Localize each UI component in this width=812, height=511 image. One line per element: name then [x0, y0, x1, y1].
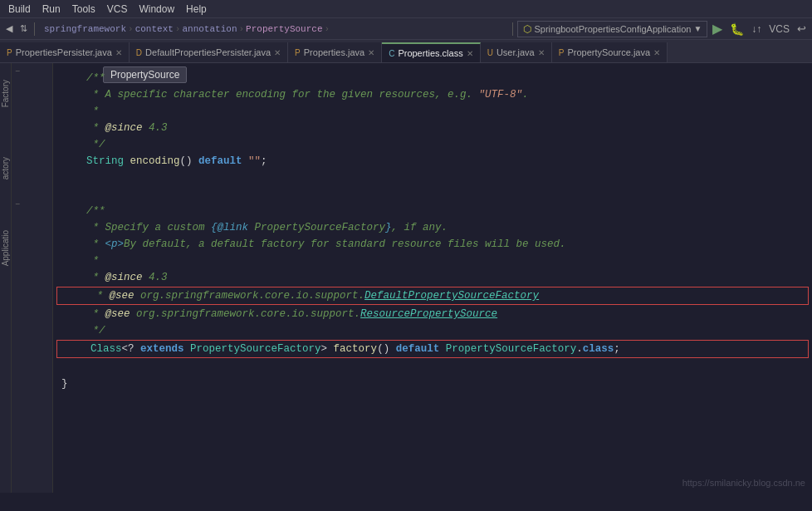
tabs-bar: P PropertiesPersister.java ✕ D DefaultPr… — [0, 40, 812, 63]
gutter-line-13 — [12, 263, 52, 279]
gutter-line-19 — [12, 362, 52, 379]
highlight-box-factory: Class<? extends PropertySourceFactory> f… — [56, 340, 809, 358]
code-line-4: * @since 4.3 — [53, 120, 812, 136]
code-span-17f: > — [321, 341, 334, 357]
code-span-9: /** — [61, 203, 105, 219]
breadcrumb-sep1: › — [128, 24, 134, 34]
sidebar-label-actory: actory — [1, 157, 10, 179]
menu-item-run[interactable]: Run — [37, 3, 66, 15]
code-span-17d — [184, 341, 191, 357]
code-span-6b — [124, 153, 130, 170]
code-span-3: * — [61, 103, 99, 120]
menu-item-tools[interactable]: Tools — [67, 3, 100, 15]
tab-close-3[interactable]: ✕ — [467, 49, 473, 58]
gutter-line-3 — [12, 96, 52, 113]
code-span-6f — [242, 153, 249, 170]
tab-propertiespersister[interactable]: P PropertiesPersister.java ✕ — [0, 42, 130, 62]
toolbar-undo[interactable]: ↩ — [795, 21, 809, 37]
gutter-fold-1[interactable]: − — [12, 63, 52, 80]
sidebar-label-factory: Factory — [1, 80, 10, 107]
code-span-6e: default — [198, 153, 242, 170]
code-span-4a: * — [61, 120, 105, 136]
tab-defaultpropertiespersister[interactable]: D DefaultPropertiesPersister.java ✕ — [130, 42, 288, 62]
tab-properties-class[interactable]: C Properties.class ✕ — [382, 42, 481, 62]
gutter-line-7 — [12, 163, 52, 179]
tab-close-2[interactable]: ✕ — [368, 48, 374, 57]
menu-item-help[interactable]: Help — [181, 3, 212, 15]
gutter-line-12 — [12, 246, 52, 263]
debug-button[interactable]: 🐛 — [727, 21, 746, 37]
code-line-10: * Specify a custom {@link PropertySource… — [53, 219, 812, 236]
tab-user-java[interactable]: U User.java ✕ — [481, 42, 552, 62]
tab-close-0[interactable]: ✕ — [115, 48, 122, 57]
code-span-17k: PropertySourceFactory — [446, 341, 577, 357]
tab-close-1[interactable]: ✕ — [274, 48, 281, 57]
tab-icon-2: D — [136, 48, 142, 57]
tab-properties-java[interactable]: P Properties.java ✕ — [288, 42, 382, 62]
code-span-19: } — [61, 376, 68, 392]
tab-close-5[interactable]: ✕ — [653, 48, 660, 57]
breadcrumb-context[interactable]: context — [135, 24, 174, 34]
code-span-6d: () — [180, 153, 199, 170]
tab-icon-5: U — [487, 48, 493, 57]
code-line-2: * A specific character encoding for the … — [53, 86, 812, 103]
code-span-4b: @since — [105, 120, 143, 136]
gutter-line-17 — [12, 329, 52, 346]
code-line-14: * @see org.springframework.core.io.suppo… — [57, 287, 808, 304]
code-span-16: */ — [61, 322, 105, 339]
gutter-line-11 — [12, 229, 52, 246]
breadcrumb-annotation[interactable]: annotation — [182, 24, 237, 34]
code-span-5: */ — [61, 136, 105, 153]
tab-label-1: DefaultPropertiesPersister.java — [145, 47, 271, 57]
code-span-10a: * Specify a custom — [61, 219, 211, 236]
code-span-6c: encoding — [130, 153, 180, 170]
code-line-3: * — [53, 103, 812, 120]
tab-icon-1: P — [7, 48, 12, 57]
breadcrumb-propertysource[interactable]: PropertySource — [246, 24, 322, 34]
run-config-selector[interactable]: ⬡ SpringbootPropertiesConfigApplication … — [517, 21, 707, 37]
code-editor[interactable]: PropertySource /** * A specific characte… — [53, 63, 812, 493]
menu-item-vcs[interactable]: VCS — [102, 3, 133, 15]
toolbar-back[interactable]: ◀ — [3, 21, 15, 37]
breadcrumb-sep4: › — [325, 24, 330, 34]
tab-label-3: Properties.class — [398, 48, 462, 58]
menu-item-build[interactable]: Build — [3, 3, 36, 15]
gutter-line-18 — [12, 346, 52, 362]
code-line-7 — [53, 170, 812, 186]
code-span-10b: {@link — [211, 219, 248, 236]
code-span-6h: ; — [261, 153, 267, 170]
code-span-17h: () — [377, 341, 396, 357]
code-span-15c: org.springframework.core.io.support. — [130, 306, 361, 322]
code-span-17g: factory — [334, 341, 378, 357]
code-line-15: * @see org.springframework.core.io.suppo… — [53, 306, 812, 322]
breadcrumb-springframework[interactable]: springframework — [44, 24, 126, 34]
tab-close-4[interactable]: ✕ — [538, 48, 545, 57]
code-span-1: /** — [61, 70, 105, 86]
run-button[interactable]: ▶ — [710, 21, 725, 37]
toolbar-vcs1[interactable]: ↓↑ — [749, 21, 764, 37]
gutter-fold-9[interactable]: − — [12, 196, 52, 213]
main-area: Factory actory Applicatio − − PropertySo… — [0, 63, 812, 493]
code-span-13b: @since — [105, 269, 143, 286]
toolbar-nav1[interactable]: ⇅ — [17, 21, 30, 37]
code-line-18 — [53, 359, 812, 376]
code-span-13a: * — [61, 269, 105, 286]
gutter-line-14 — [12, 279, 52, 296]
gutter-line-16 — [12, 312, 52, 329]
code-span-17b: <? — [122, 341, 141, 357]
code-span-10e: , if any. — [392, 219, 448, 236]
watermark: https://smilanicky.blog.csdn.ne — [682, 478, 805, 488]
code-line-11: * <p>By default, a default factory for s… — [53, 236, 812, 253]
sidebar-label-applicatio: Applicatio — [1, 230, 10, 266]
toolbar-vcs2[interactable]: VCS — [766, 21, 792, 37]
gutter-line-5 — [12, 130, 52, 146]
tab-propertysource-java[interactable]: P PropertySource.java ✕ — [552, 42, 668, 62]
code-span-15b: @see — [105, 306, 130, 322]
code-span-11b: <p> — [105, 236, 125, 253]
tab-label-0: PropertiesPersister.java — [16, 47, 112, 57]
menu-item-window[interactable]: Window — [134, 3, 179, 15]
code-span-10c: PropertySourceFactory — [248, 219, 385, 236]
gutter-line-20 — [12, 379, 52, 396]
left-sidebar: Factory actory Applicatio — [0, 63, 12, 493]
tab-label-4: User.java — [496, 47, 535, 57]
